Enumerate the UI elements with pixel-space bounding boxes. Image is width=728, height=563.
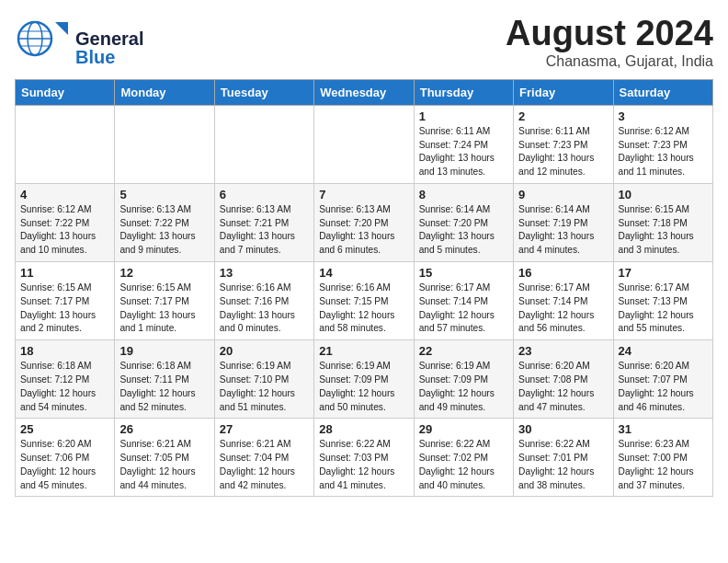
- calendar-cell: 14Sunrise: 6:16 AM Sunset: 7:15 PM Dayli…: [314, 262, 414, 340]
- calendar-cell: 16Sunrise: 6:17 AM Sunset: 7:14 PM Dayli…: [514, 262, 613, 340]
- calendar-week-5: 25Sunrise: 6:20 AM Sunset: 7:06 PM Dayli…: [16, 419, 713, 497]
- day-header-thursday: Thursday: [414, 79, 513, 105]
- day-number: 29: [419, 422, 508, 436]
- calendar-cell: [115, 105, 214, 183]
- day-info: Sunrise: 6:11 AM Sunset: 7:24 PM Dayligh…: [419, 125, 508, 179]
- day-info: Sunrise: 6:20 AM Sunset: 7:07 PM Dayligh…: [619, 360, 708, 414]
- day-info: Sunrise: 6:12 AM Sunset: 7:23 PM Dayligh…: [619, 125, 708, 179]
- calendar-cell: 20Sunrise: 6:19 AM Sunset: 7:10 PM Dayli…: [214, 340, 313, 419]
- day-info: Sunrise: 6:20 AM Sunset: 7:08 PM Dayligh…: [518, 360, 608, 414]
- calendar-cell: 19Sunrise: 6:18 AM Sunset: 7:11 PM Dayli…: [115, 340, 214, 419]
- calendar-week-3: 11Sunrise: 6:15 AM Sunset: 7:17 PM Dayli…: [16, 262, 713, 340]
- logo-area: General Blue: [15, 15, 143, 66]
- day-number: 5: [119, 188, 209, 201]
- calendar-table: SundayMondayTuesdayWednesdayThursdayFrid…: [15, 79, 713, 498]
- day-info: Sunrise: 6:12 AM Sunset: 7:22 PM Dayligh…: [20, 203, 109, 258]
- calendar-week-4: 18Sunrise: 6:18 AM Sunset: 7:12 PM Dayli…: [16, 340, 713, 419]
- calendar-cell: 27Sunrise: 6:21 AM Sunset: 7:04 PM Dayli…: [214, 419, 313, 497]
- day-number: 17: [619, 266, 708, 280]
- calendar-cell: 28Sunrise: 6:22 AM Sunset: 7:03 PM Dayli…: [314, 419, 414, 497]
- logo-blue: Blue: [75, 48, 143, 66]
- calendar-cell: 18Sunrise: 6:18 AM Sunset: 7:12 PM Dayli…: [16, 340, 115, 419]
- day-info: Sunrise: 6:11 AM Sunset: 7:23 PM Dayligh…: [518, 125, 608, 179]
- day-info: Sunrise: 6:20 AM Sunset: 7:06 PM Dayligh…: [20, 438, 109, 492]
- day-number: 13: [220, 266, 309, 280]
- day-header-sunday: Sunday: [16, 79, 115, 105]
- day-number: 21: [319, 344, 408, 358]
- day-number: 3: [619, 109, 708, 123]
- day-header-monday: Monday: [115, 79, 214, 105]
- day-info: Sunrise: 6:21 AM Sunset: 7:05 PM Dayligh…: [119, 438, 209, 492]
- day-number: 11: [20, 266, 109, 280]
- day-number: 9: [518, 188, 608, 201]
- day-info: Sunrise: 6:22 AM Sunset: 7:01 PM Dayligh…: [518, 438, 608, 492]
- day-number: 18: [20, 344, 109, 358]
- day-info: Sunrise: 6:16 AM Sunset: 7:15 PM Dayligh…: [319, 282, 408, 336]
- calendar-cell: 13Sunrise: 6:16 AM Sunset: 7:16 PM Dayli…: [214, 262, 313, 340]
- day-number: 12: [119, 266, 209, 280]
- calendar-cell: 4Sunrise: 6:12 AM Sunset: 7:22 PM Daylig…: [16, 183, 115, 261]
- day-info: Sunrise: 6:17 AM Sunset: 7:14 PM Dayligh…: [419, 282, 508, 336]
- day-number: 27: [220, 422, 309, 436]
- logo-icon: [15, 15, 77, 63]
- calendar-cell: 31Sunrise: 6:23 AM Sunset: 7:00 PM Dayli…: [613, 419, 712, 497]
- day-info: Sunrise: 6:19 AM Sunset: 7:09 PM Dayligh…: [319, 360, 408, 414]
- calendar-cell: 30Sunrise: 6:22 AM Sunset: 7:01 PM Dayli…: [514, 419, 613, 497]
- calendar-cell: 26Sunrise: 6:21 AM Sunset: 7:05 PM Dayli…: [115, 419, 214, 497]
- day-info: Sunrise: 6:21 AM Sunset: 7:04 PM Dayligh…: [220, 438, 309, 492]
- day-number: 7: [319, 188, 408, 201]
- day-number: 30: [518, 422, 608, 436]
- month-title: August 2024: [506, 15, 713, 53]
- calendar-cell: 7Sunrise: 6:13 AM Sunset: 7:20 PM Daylig…: [314, 183, 414, 261]
- day-info: Sunrise: 6:13 AM Sunset: 7:22 PM Dayligh…: [119, 203, 209, 258]
- calendar-cell: 29Sunrise: 6:22 AM Sunset: 7:02 PM Dayli…: [414, 419, 513, 497]
- day-number: 2: [518, 109, 608, 123]
- day-number: 31: [619, 422, 708, 436]
- day-info: Sunrise: 6:22 AM Sunset: 7:02 PM Dayligh…: [419, 438, 508, 492]
- day-number: 15: [419, 266, 508, 280]
- day-info: Sunrise: 6:16 AM Sunset: 7:16 PM Dayligh…: [220, 282, 309, 336]
- day-header-tuesday: Tuesday: [214, 79, 313, 105]
- calendar-cell: 6Sunrise: 6:13 AM Sunset: 7:21 PM Daylig…: [214, 183, 313, 261]
- calendar-cell: 10Sunrise: 6:15 AM Sunset: 7:18 PM Dayli…: [613, 183, 712, 261]
- day-number: 26: [119, 422, 209, 436]
- calendar-cell: 23Sunrise: 6:20 AM Sunset: 7:08 PM Dayli…: [514, 340, 613, 419]
- day-header-saturday: Saturday: [613, 79, 712, 105]
- calendar-cell: [314, 105, 414, 183]
- day-info: Sunrise: 6:18 AM Sunset: 7:11 PM Dayligh…: [119, 360, 209, 414]
- day-header-wednesday: Wednesday: [314, 79, 414, 105]
- calendar-cell: 3Sunrise: 6:12 AM Sunset: 7:23 PM Daylig…: [613, 105, 712, 183]
- calendar-cell: 1Sunrise: 6:11 AM Sunset: 7:24 PM Daylig…: [414, 105, 513, 183]
- day-info: Sunrise: 6:22 AM Sunset: 7:03 PM Dayligh…: [319, 438, 408, 492]
- calendar-cell: 15Sunrise: 6:17 AM Sunset: 7:14 PM Dayli…: [414, 262, 513, 340]
- calendar-cell: 9Sunrise: 6:14 AM Sunset: 7:19 PM Daylig…: [514, 183, 613, 261]
- day-info: Sunrise: 6:15 AM Sunset: 7:17 PM Dayligh…: [20, 282, 109, 336]
- calendar-cell: [16, 105, 115, 183]
- calendar-cell: 2Sunrise: 6:11 AM Sunset: 7:23 PM Daylig…: [514, 105, 613, 183]
- day-number: 16: [518, 266, 608, 280]
- header-row: SundayMondayTuesdayWednesdayThursdayFrid…: [16, 79, 713, 105]
- day-header-friday: Friday: [514, 79, 613, 105]
- day-number: 6: [220, 188, 309, 201]
- day-number: 1: [419, 109, 508, 123]
- calendar-cell: 21Sunrise: 6:19 AM Sunset: 7:09 PM Dayli…: [314, 340, 414, 419]
- calendar-cell: 25Sunrise: 6:20 AM Sunset: 7:06 PM Dayli…: [16, 419, 115, 497]
- location: Chanasma, Gujarat, India: [506, 53, 713, 70]
- day-info: Sunrise: 6:23 AM Sunset: 7:00 PM Dayligh…: [619, 438, 708, 492]
- day-info: Sunrise: 6:18 AM Sunset: 7:12 PM Dayligh…: [20, 360, 109, 414]
- calendar-cell: 17Sunrise: 6:17 AM Sunset: 7:13 PM Dayli…: [613, 262, 712, 340]
- day-info: Sunrise: 6:15 AM Sunset: 7:17 PM Dayligh…: [119, 282, 209, 336]
- day-info: Sunrise: 6:13 AM Sunset: 7:21 PM Dayligh…: [220, 203, 309, 258]
- calendar-cell: 11Sunrise: 6:15 AM Sunset: 7:17 PM Dayli…: [16, 262, 115, 340]
- calendar-week-2: 4Sunrise: 6:12 AM Sunset: 7:22 PM Daylig…: [16, 183, 713, 261]
- logo-general: General: [75, 29, 143, 48]
- calendar-cell: 12Sunrise: 6:15 AM Sunset: 7:17 PM Dayli…: [115, 262, 214, 340]
- calendar-cell: 5Sunrise: 6:13 AM Sunset: 7:22 PM Daylig…: [115, 183, 214, 261]
- title-area: August 2024 Chanasma, Gujarat, India: [506, 15, 713, 70]
- logo: General Blue: [15, 15, 143, 66]
- day-info: Sunrise: 6:17 AM Sunset: 7:13 PM Dayligh…: [619, 282, 708, 336]
- day-info: Sunrise: 6:13 AM Sunset: 7:20 PM Dayligh…: [319, 203, 408, 258]
- calendar-cell: [214, 105, 313, 183]
- day-number: 14: [319, 266, 408, 280]
- day-number: 28: [319, 422, 408, 436]
